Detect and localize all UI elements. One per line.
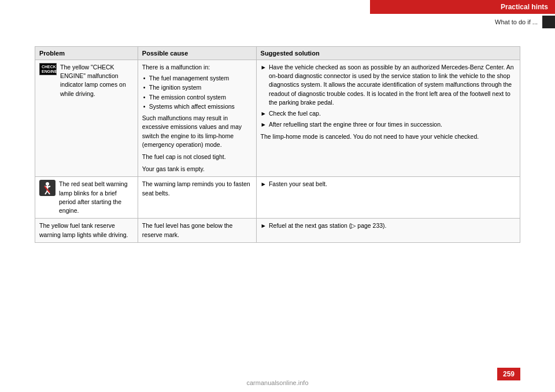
arrow-icon: ► — [261, 180, 267, 188]
row1-solution: ► Have the vehicle checked as soon as po… — [256, 60, 520, 177]
what-to-do-bar: What to do if ... — [370, 14, 555, 30]
row3-problem: The yellow fuel tank reserve warning lam… — [35, 219, 138, 242]
row2-solution-item: ► Fasten your seat belt. — [261, 180, 516, 188]
col-solution: Suggested solution — [256, 47, 520, 60]
table-row: The red seat belt warning lamp blinks fo… — [35, 177, 520, 219]
black-square-decoration — [542, 16, 555, 28]
row1-solution-limp: The limp-home mode is canceled. You do n… — [261, 132, 516, 141]
row1-solution-gas-item: ► After refuelling start the engine thre… — [261, 120, 516, 129]
diagnostic-table: Problem Possible cause Suggested solutio… — [35, 46, 520, 243]
row2-cause: The warning lamp reminds you to fasten s… — [138, 177, 256, 219]
practical-hints-bar: Practical hints — [370, 0, 555, 14]
row1-solution-main-item: ► Have the vehicle checked as soon as po… — [261, 63, 516, 107]
row3-cause: The fuel level has gone below the reserv… — [138, 219, 256, 242]
page-number: 259 — [497, 368, 520, 380]
col-cause: Possible cause — [138, 47, 256, 60]
row1-problem: CHECKENGINE The yellow "CHECK ENGINE" ma… — [35, 60, 138, 177]
row1-cause-extra: Such malfunctions may result in excessiv… — [142, 114, 252, 149]
row1-solution-fuel-cap-item: ► Check the fuel cap. — [261, 109, 516, 118]
row1-cause-intro: There is a malfunction in: — [142, 63, 252, 72]
table-row: The yellow fuel tank reserve warning lam… — [35, 219, 520, 242]
row1-solution-fuel-cap-text: Check the fuel cap. — [269, 109, 321, 118]
arrow-icon: ► — [261, 221, 267, 230]
check-engine-badge: CHECKENGINE — [39, 63, 57, 75]
col-problem: Problem — [35, 47, 138, 60]
seatbelt-icon — [39, 180, 56, 198]
arrow-icon: ► — [261, 63, 267, 72]
svg-point-1 — [46, 182, 49, 186]
arrow-icon: ► — [261, 109, 267, 118]
row2-cause-text: The warning lamp reminds you to fasten s… — [142, 180, 250, 196]
row2-problem-text: The red seat belt warning lamp blinks fo… — [59, 180, 134, 215]
practical-hints-label: Practical hints — [501, 3, 548, 11]
row1-solution-gas-text: After refuelling start the engine three … — [269, 120, 442, 129]
row2-problem: The red seat belt warning lamp blinks fo… — [35, 177, 138, 219]
row2-solution-text: Fasten your seat belt. — [269, 180, 327, 188]
table-header-row: Problem Possible cause Suggested solutio… — [35, 47, 520, 60]
bullet-item: The emission control system — [142, 93, 252, 102]
header-area: Practical hints What to do if ... — [370, 0, 555, 30]
bullet-item: The ignition system — [142, 83, 252, 92]
bullet-item: The fuel management system — [142, 74, 252, 83]
row1-problem-text: The yellow "CHECK ENGINE" malfunction in… — [60, 63, 134, 98]
row3-solution-text: Refuel at the next gas station (▷ page 2… — [269, 221, 387, 230]
row1-cause-gas-tank: Your gas tank is empty. — [142, 165, 252, 173]
table-row: CHECKENGINE The yellow "CHECK ENGINE" ma… — [35, 60, 520, 177]
arrow-icon: ► — [261, 120, 267, 129]
row1-cause-bullets: The fuel management system The ignition … — [142, 74, 252, 111]
row3-solution-item: ► Refuel at the next gas station (▷ page… — [261, 221, 516, 230]
watermark: carmanualsonline.info — [246, 379, 308, 386]
what-to-do-label: What to do if ... — [495, 19, 542, 25]
row3-problem-text: The yellow fuel tank reserve warning lam… — [39, 222, 128, 238]
row1-solution-main-text: Have the vehicle checked as soon as poss… — [269, 63, 516, 107]
bullet-item: Systems which affect emissions — [142, 102, 252, 111]
row2-solution: ► Fasten your seat belt. — [256, 177, 520, 219]
row1-cause-fuel-cap: The fuel cap is not closed tight. — [142, 153, 252, 161]
main-table-container: Problem Possible cause Suggested solutio… — [35, 46, 520, 346]
row1-cause: There is a malfunction in: The fuel mana… — [138, 60, 256, 177]
row3-cause-text: The fuel level has gone below the reserv… — [142, 222, 232, 238]
row3-solution: ► Refuel at the next gas station (▷ page… — [256, 219, 520, 242]
